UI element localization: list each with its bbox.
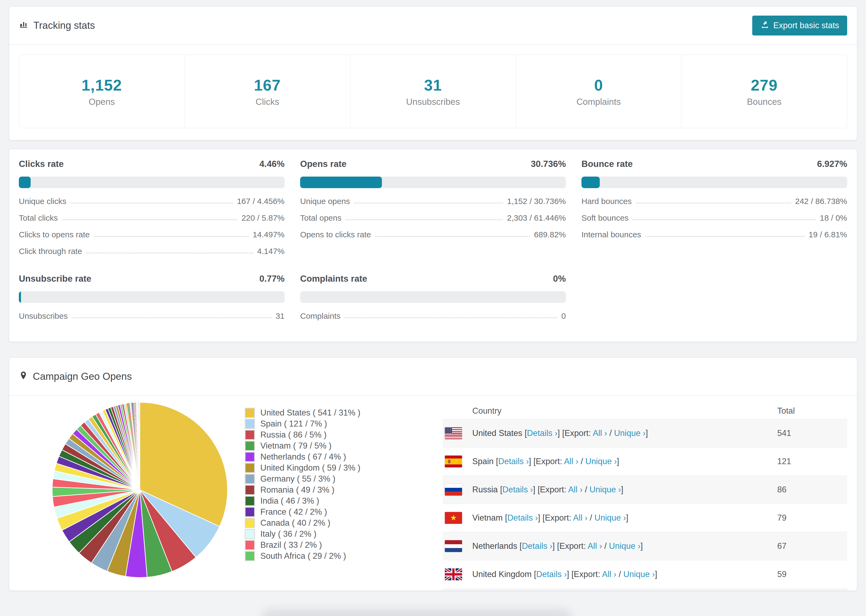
details-link[interactable]: Details › [536, 569, 567, 579]
export-button-label: Export basic stats [773, 21, 839, 30]
summary-label: Clicks [255, 97, 279, 107]
legend-item-spain[interactable]: Spain ( 121 / 7% ) [245, 418, 433, 429]
details-link[interactable]: Details › [502, 485, 533, 494]
export-all-link[interactable]: All › [573, 513, 587, 522]
export-unique-link[interactable]: Unique › [594, 513, 626, 522]
legend-label: Russia ( 86 / 5% ) [260, 430, 326, 440]
details-link[interactable]: Details › [527, 428, 557, 438]
rate-section-complaints-rate: Complaints rate0%Complaints0 [300, 273, 566, 324]
bracket-text: / [578, 457, 586, 466]
export-all-link[interactable]: All › [602, 569, 616, 579]
stat-label: Clicks to opens rate [19, 230, 90, 239]
bracket-text: ] [ [529, 457, 536, 466]
bracket-text: / [602, 541, 609, 551]
export-unique-link[interactable]: Unique › [585, 457, 617, 466]
export-all-link[interactable]: All › [587, 541, 602, 551]
geo-title-wrap: Campaign Geo Opens [19, 371, 132, 382]
export-all-link[interactable]: All › [593, 428, 607, 438]
legend-item-italy[interactable]: Italy ( 36 / 2% ) [245, 528, 433, 539]
bracket-text: / [583, 485, 589, 494]
progress-bar [19, 291, 285, 303]
legend-label: Netherlands ( 67 / 4% ) [260, 452, 346, 462]
geo-pie-chart [51, 401, 228, 579]
legend-item-germany[interactable]: Germany ( 55 / 3% ) [245, 473, 433, 484]
export-unique-link[interactable]: Unique › [624, 569, 655, 579]
rate-section-rows: Unsubscribes31 [19, 308, 285, 324]
bottom-scroll-shadow [262, 609, 572, 616]
stat-row-opens-to-clicks-rate: Opens to clicks rate689.82% [300, 226, 566, 243]
legend-item-vietnam[interactable]: Vietnam ( 79 / 5% ) [245, 440, 433, 451]
table-cell-country: Spain [Details ›] [Export: All › / Uniqu… [472, 457, 777, 466]
export-unique-link[interactable]: Unique › [589, 485, 621, 494]
legend-item-united-kingdom[interactable]: United Kingdom ( 59 / 3% ) [245, 462, 433, 473]
stat-label: Internal bounces [581, 230, 641, 239]
export-icon [760, 20, 770, 31]
legend-label: Spain ( 121 / 7% ) [260, 419, 327, 429]
bracket-text: ] [655, 569, 657, 579]
legend-item-romania[interactable]: Romania ( 49 / 3% ) [245, 484, 433, 495]
legend-item-netherlands[interactable]: Netherlands ( 67 / 4% ) [245, 451, 433, 462]
bracket-text: / [616, 569, 624, 579]
stat-row-total-clicks: Total clicks220 / 5.87% [19, 210, 285, 226]
stat-value: 31 [276, 311, 285, 321]
export-unique-link[interactable]: Unique › [614, 428, 646, 438]
progress-bar-fill [19, 291, 21, 303]
dotted-leader [354, 203, 503, 203]
rate-section-rows: Unique clicks167 / 4.456%Total clicks220… [19, 193, 285, 259]
rate-section-title: Complaints rate [300, 273, 367, 284]
export-all-link[interactable]: All › [568, 485, 583, 494]
legend-item-canada[interactable]: Canada ( 40 / 2% ) [245, 517, 433, 528]
summary-label: Complaints [576, 97, 621, 107]
rate-section-bounce-rate: Bounce rate6.927%Hard bounces242 / 86.73… [581, 159, 847, 259]
legend-swatch [245, 518, 255, 528]
summary-value: 0 [594, 76, 603, 94]
country-name: Netherlands [472, 541, 520, 551]
country-name: Spain [472, 457, 496, 466]
bracket-text: ] [ [533, 485, 540, 494]
export-unique-link[interactable]: Unique › [609, 541, 640, 551]
export-label: Export: [574, 569, 602, 579]
export-label: Export: [565, 428, 593, 438]
summary-label: Opens [89, 97, 115, 107]
legend-item-india[interactable]: India ( 46 / 3% ) [245, 495, 433, 506]
stat-value: 0 [561, 311, 566, 321]
legend-item-united-states[interactable]: United States ( 541 / 31% ) [245, 407, 433, 418]
bracket-text: ] [646, 428, 648, 438]
stat-label: Complaints [300, 311, 340, 321]
legend-swatch [245, 507, 255, 517]
legend-label: Brazil ( 33 / 2% ) [260, 540, 322, 550]
country-name: Vietnam [472, 513, 505, 522]
rate-section-value: 0.77% [259, 273, 285, 284]
rate-section-header: Complaints rate0% [300, 273, 566, 284]
legend-swatch [245, 485, 255, 495]
details-link[interactable]: Details › [498, 457, 529, 466]
legend-item-france[interactable]: France ( 42 / 2% ) [245, 506, 433, 517]
stat-row-hard-bounces: Hard bounces242 / 86.738% [581, 193, 847, 210]
legend-swatch [245, 408, 255, 418]
export-all-link[interactable]: All › [564, 457, 578, 466]
details-link[interactable]: Details › [522, 541, 553, 551]
dotted-leader [62, 219, 237, 220]
geo-card: Campaign Geo Opens United States ( 541 /… [9, 357, 857, 591]
progress-bar [19, 177, 285, 188]
table-cell-flag [443, 540, 472, 552]
legend-item-russia[interactable]: Russia ( 86 / 5% ) [245, 429, 433, 440]
bracket-text: ] [ [567, 569, 574, 579]
legend-label: Vietnam ( 79 / 5% ) [260, 441, 332, 451]
stat-row-soft-bounces: Soft bounces18 / 0% [581, 210, 847, 226]
legend-item-brazil[interactable]: Brazil ( 33 / 2% ) [245, 539, 433, 550]
progress-bar-fill [19, 177, 31, 188]
summary-value: 279 [751, 76, 778, 94]
dotted-leader [375, 236, 529, 237]
summary-value: 167 [254, 76, 281, 94]
legend-item-south-africa[interactable]: South Africa ( 29 / 2% ) [245, 550, 433, 561]
export-basic-stats-button[interactable]: Export basic stats [752, 16, 847, 36]
details-link[interactable]: Details › [507, 513, 538, 522]
tracking-stats-header: Tracking stats Export basic stats [9, 7, 857, 45]
rate-section-value: 30.736% [531, 159, 566, 169]
country-name: Russia [472, 485, 500, 494]
summary-cell-complaints: 0Complaints [516, 55, 681, 128]
legend-swatch [245, 496, 255, 506]
bracket-text: ] [ [557, 428, 565, 438]
progress-bar [300, 177, 566, 188]
